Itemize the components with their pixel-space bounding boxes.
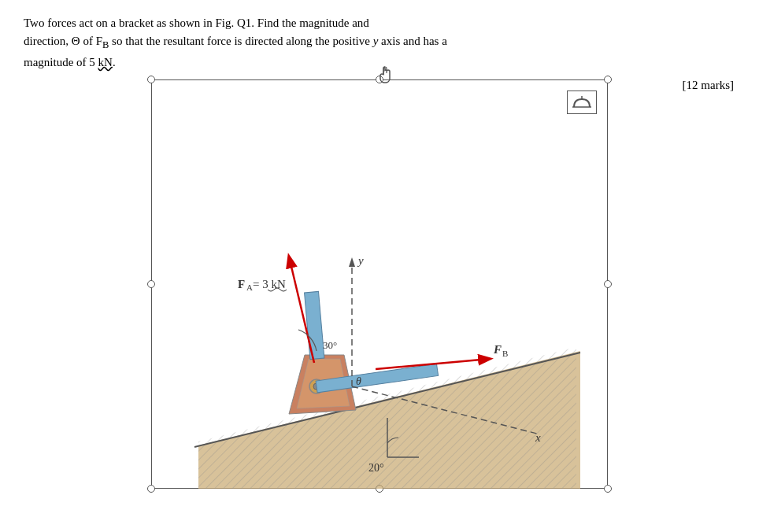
line2: direction, Θ of FB so that the resultant… <box>24 32 716 53</box>
svg-text:20°: 20° <box>368 462 384 474</box>
line1: Two forces act on a bracket as shown in … <box>24 14 716 32</box>
svg-text:F: F <box>238 278 245 290</box>
svg-text:F: F <box>493 343 502 356</box>
svg-text:θ: θ <box>356 375 361 387</box>
figure-container: 20° <box>151 79 608 489</box>
line3: magnitude of 5 kN. <box>24 54 716 72</box>
svg-text:= 3 kN: = 3 kN <box>253 278 286 290</box>
marks-label: [12 marks] <box>683 79 734 92</box>
svg-marker-19 <box>349 257 355 267</box>
svg-rect-12 <box>305 291 324 359</box>
svg-text:B: B <box>502 349 508 358</box>
page-content: Two forces act on a bracket as shown in … <box>0 0 759 497</box>
svg-text:A: A <box>246 283 253 292</box>
svg-text:x: x <box>535 431 541 444</box>
svg-text:30°: 30° <box>323 339 337 351</box>
figure-svg: 20° <box>151 79 608 489</box>
problem-text: Two forces act on a bracket as shown in … <box>24 14 716 72</box>
svg-rect-5 <box>191 339 592 489</box>
svg-text:y: y <box>357 254 364 267</box>
